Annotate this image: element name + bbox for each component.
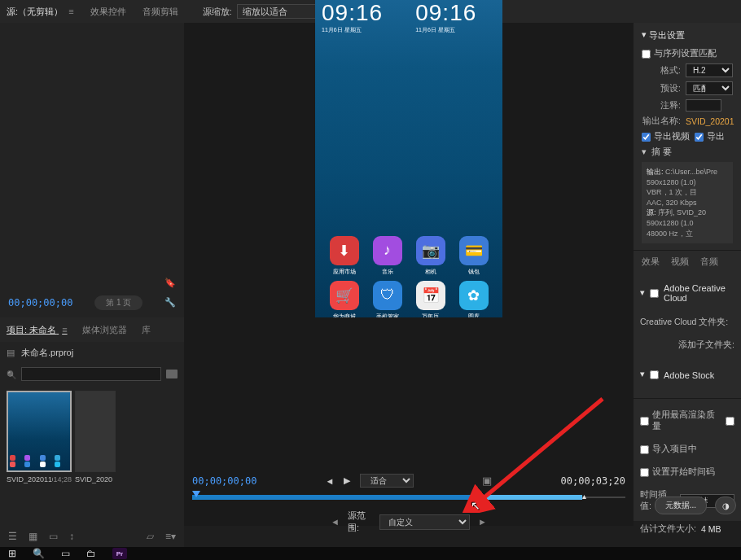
set-start-tc-checkbox[interactable] bbox=[640, 468, 649, 477]
icon-view-icon[interactable]: ▦ bbox=[28, 531, 37, 542]
zoom-select[interactable]: 适合 bbox=[360, 474, 414, 488]
thumb-name: SVID_20201106_091624_1... bbox=[7, 475, 53, 483]
program-monitor: 梅江区 09:16 11月6日 星期五 ☁20℃ 梅江区 09:16 11月6日… bbox=[184, 23, 634, 317]
app-icon-手机管家: 🛡手机管家 bbox=[366, 281, 408, 321]
project-tab[interactable]: 项目: 未命名 ≡ bbox=[7, 324, 68, 336]
project-item-sequence[interactable]: SVID_2020 bbox=[75, 391, 140, 483]
app-icon-钱包: 💳钱包 bbox=[453, 236, 494, 276]
thumb-name: SVID_2020 bbox=[75, 475, 140, 483]
comment-input[interactable] bbox=[686, 99, 721, 112]
playhead[interactable] bbox=[192, 491, 200, 497]
lock-time-2: 09:16 bbox=[415, 0, 476, 26]
import-project-checkbox[interactable] bbox=[640, 445, 649, 454]
thumb-duration: 14;28 bbox=[53, 475, 72, 483]
est-size-label: 估计文件大小: bbox=[640, 523, 696, 535]
marker-icon[interactable]: 🔖 bbox=[164, 278, 176, 288]
output-name-link[interactable]: SVID_20201 bbox=[686, 116, 734, 126]
project-file-icon: ▤ bbox=[7, 348, 15, 358]
output-name-label: 输出名称: bbox=[642, 116, 681, 127]
cc-checkbox[interactable] bbox=[650, 289, 659, 298]
media-browser-tab[interactable]: 媒体浏览器 bbox=[82, 324, 127, 336]
project-toolbar: ☰ ▦ ▭ ↕ ▱ ≡▾ bbox=[0, 531, 184, 542]
app-icon-图库: ✿图库 bbox=[453, 281, 494, 321]
format-select[interactable]: H.264 bbox=[686, 63, 733, 77]
preset-select[interactable]: 匹配源 - bbox=[686, 81, 733, 95]
left-timecode[interactable]: 00;00;00;00 bbox=[8, 297, 72, 308]
page-indicator[interactable]: 第 1 页 bbox=[94, 295, 142, 310]
sort-icon[interactable]: ↕ bbox=[69, 531, 74, 542]
preset-label: 预设: bbox=[642, 83, 681, 94]
render-max-checkbox[interactable] bbox=[640, 417, 649, 426]
task-view-icon[interactable]: ▭ bbox=[61, 548, 70, 559]
export-video-checkbox[interactable] bbox=[642, 133, 651, 142]
est-size-value: 4 MB bbox=[701, 524, 721, 534]
search-taskbar-icon[interactable]: 🔍 bbox=[33, 548, 45, 559]
match-sequence-checkbox[interactable] bbox=[642, 50, 651, 59]
chevron-down-icon: ▾ bbox=[642, 29, 647, 40]
tab-effect[interactable]: 效果 bbox=[642, 256, 660, 268]
left-monitor-panel: 🔖 00;00;00;00 第 1 页 🔧 bbox=[0, 23, 184, 317]
step-back-icon[interactable]: ◄ bbox=[326, 476, 335, 486]
project-search-input[interactable] bbox=[21, 367, 161, 381]
lock-date-1: 11月6日 星期五 bbox=[322, 26, 383, 34]
app-icon-万年历: 📅万年历 bbox=[410, 281, 451, 321]
chevron-down-icon: ▾ bbox=[642, 147, 647, 156]
lock-time-1: 09:16 bbox=[322, 0, 383, 26]
source-scale-label: 源缩放: bbox=[203, 6, 232, 18]
app-icon-应用市场: ⬇应用市场 bbox=[323, 236, 365, 276]
timeline-track[interactable]: ▴ ▴ bbox=[192, 493, 625, 501]
project-panel: ▤ 未命名.prproj SVID_20201106_091624_1... 1… bbox=[0, 342, 184, 549]
library-tab[interactable]: 库 bbox=[142, 324, 151, 336]
chevron-down-icon: ▾ bbox=[640, 369, 645, 379]
crop-icon[interactable]: ▣ bbox=[482, 475, 492, 487]
prev-icon[interactable]: ◄ bbox=[331, 517, 340, 527]
extra-checkbox[interactable] bbox=[726, 417, 734, 426]
play-icon[interactable]: ▶ bbox=[344, 475, 350, 486]
new-bin-icon[interactable]: ▱ bbox=[147, 531, 154, 542]
menu-icon[interactable]: ≡▾ bbox=[165, 531, 176, 542]
export-audio-checkbox[interactable] bbox=[695, 133, 704, 142]
metadata-button[interactable]: 元数据... bbox=[655, 497, 707, 514]
next-icon[interactable]: ► bbox=[478, 517, 487, 527]
project-item-video[interactable]: SVID_20201106_091624_1... 14;28 bbox=[7, 391, 72, 483]
close-icon[interactable]: ≡ bbox=[68, 7, 73, 16]
cc-folder-label: Creative Cloud 文件夹: bbox=[640, 317, 728, 328]
summary-title: 摘 要 bbox=[651, 147, 672, 158]
cc-subfolder-label: 添加子文件夹: bbox=[678, 339, 734, 351]
format-label: 格式: bbox=[642, 65, 681, 77]
start-icon[interactable]: ⊞ bbox=[8, 548, 16, 559]
export-summary: 输出: C:\User...be\Pre 590x1280 (1.0) VBR，… bbox=[642, 162, 733, 243]
out-point-handle[interactable]: ▴ bbox=[582, 492, 586, 501]
source-tab[interactable]: 源:（无剪辑） ≡ bbox=[7, 6, 74, 18]
stock-accordion[interactable]: ▾ Adobe Stock bbox=[640, 370, 734, 380]
source-range-label: 源范围: bbox=[348, 510, 371, 534]
in-point-handle[interactable]: ▴ bbox=[471, 492, 476, 501]
search-icon[interactable] bbox=[7, 370, 16, 379]
in-timecode[interactable]: 00;00;00;00 bbox=[192, 475, 256, 487]
source-range-select[interactable]: 自定义 bbox=[379, 514, 470, 530]
export-settings-title[interactable]: ▾ 导出设置 bbox=[642, 29, 733, 42]
explorer-icon[interactable]: 🗀 bbox=[86, 548, 96, 559]
folder-icon[interactable] bbox=[166, 370, 178, 378]
windows-taskbar: ⊞ 🔍 ▭ 🗀 Pr bbox=[0, 547, 741, 560]
export-tabs: 效果 视频 音频 bbox=[634, 251, 741, 273]
stock-checkbox[interactable] bbox=[650, 370, 659, 379]
premiere-taskbar-icon[interactable]: Pr bbox=[112, 548, 127, 559]
chevron-down-icon: ▾ bbox=[640, 287, 645, 298]
out-timecode[interactable]: 00;00;03;20 bbox=[561, 475, 625, 487]
audio-clip-tab[interactable]: 音频剪辑 bbox=[142, 6, 178, 18]
list-view-icon[interactable]: ☰ bbox=[8, 531, 17, 542]
freeform-view-icon[interactable]: ▭ bbox=[49, 531, 58, 542]
effect-controls-tab[interactable]: 效果控件 bbox=[90, 6, 126, 18]
comment-label: 注释: bbox=[642, 100, 681, 112]
app-icon-华为商城: 🛒华为商城 bbox=[323, 281, 365, 321]
export-settings-panel: ▾ 导出设置 与序列设置匹配 格式: H.264 预设: 匹配源 - 注释: 输… bbox=[634, 23, 741, 317]
app-icon-音乐: ♪音乐 bbox=[366, 236, 408, 276]
tab-video[interactable]: 视频 bbox=[671, 256, 689, 268]
tab-audio[interactable]: 音频 bbox=[700, 256, 718, 268]
cc-accordion[interactable]: ▾ Adobe Creative Cloud bbox=[640, 283, 734, 303]
wrench-icon[interactable]: 🔧 bbox=[164, 297, 176, 308]
project-file-name: 未命名.prproj bbox=[21, 347, 73, 359]
app-icon-相机: 📷相机 bbox=[410, 236, 451, 276]
queue-button[interactable]: ◑ bbox=[715, 497, 736, 514]
